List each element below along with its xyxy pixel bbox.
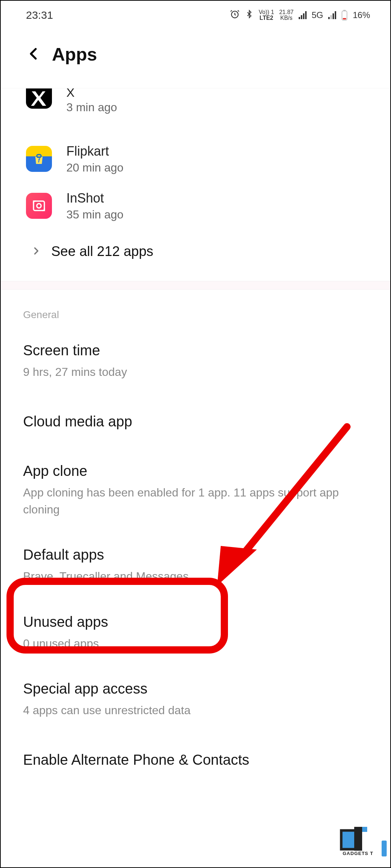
x-app-icon [26, 88, 52, 109]
see-all-apps[interactable]: See all 212 apps [1, 229, 390, 281]
setting-title: App clone [23, 463, 368, 479]
recent-app-row[interactable]: X 3 min ago [1, 88, 390, 135]
app-name: InShot [66, 191, 123, 206]
setting-cloud-media-app[interactable]: Cloud media app [1, 395, 390, 448]
svg-text:GADGETS T: GADGETS T [343, 851, 373, 856]
svg-rect-6 [34, 201, 44, 211]
watermark-logo: GADGETS T [340, 824, 387, 856]
setting-title: Enable Alternate Phone & Contacts [23, 752, 368, 768]
svg-rect-2 [343, 10, 346, 11]
setting-screen-time[interactable]: Screen time 9 hrs, 27 mins today [1, 328, 390, 395]
setting-special-app-access[interactable]: Special app access 4 apps can use unrest… [1, 666, 390, 733]
setting-subtitle: Brave, Truecaller and Messages [23, 568, 368, 585]
signal-icon-2 [328, 11, 336, 19]
setting-title: Unused apps [23, 614, 368, 630]
flipkart-app-icon: f [26, 146, 52, 172]
recent-app-row[interactable]: InShot 35 min ago [1, 182, 390, 229]
app-subtitle: 35 min ago [66, 208, 123, 221]
chevron-right-icon [31, 244, 41, 259]
setting-title: Cloud media app [23, 413, 368, 430]
page-title: Apps [52, 44, 97, 65]
setting-subtitle: App cloning has been enabled for 1 app. … [23, 484, 368, 518]
setting-subtitle: 4 apps can use unrestricted data [23, 702, 368, 719]
battery-icon [341, 10, 348, 21]
see-all-label: See all 212 apps [51, 244, 153, 259]
signal-icon-1 [299, 11, 307, 19]
app-name: X [66, 86, 117, 99]
network-type: 5G [312, 10, 323, 20]
status-right: Vo)) 1 LTE2 21.87 KB/s 5G 16% [230, 9, 370, 21]
setting-default-apps[interactable]: Default apps Brave, Truecaller and Messa… [1, 532, 390, 599]
setting-title: Screen time [23, 342, 368, 359]
setting-subtitle: 0 unused apps [23, 635, 368, 652]
inshot-app-icon [26, 193, 52, 219]
app-name: Flipkart [66, 144, 123, 159]
alarm-icon [230, 9, 240, 21]
section-divider [1, 281, 390, 290]
app-subtitle: 3 min ago [66, 101, 117, 114]
recent-app-row[interactable]: f Flipkart 20 min ago [1, 135, 390, 182]
svg-rect-15 [382, 841, 387, 856]
section-label-general: General [1, 290, 390, 328]
setting-title: Default apps [23, 547, 368, 563]
svg-rect-13 [362, 827, 367, 832]
app-subtitle: 20 min ago [66, 161, 123, 174]
svg-rect-12 [354, 827, 362, 851]
back-icon[interactable] [27, 47, 41, 62]
svg-point-7 [37, 204, 41, 208]
battery-percent: 16% [353, 10, 370, 20]
setting-unused-apps[interactable]: Unused apps 0 unused apps [1, 599, 390, 666]
page-header: Apps [1, 30, 390, 87]
svg-rect-4 [37, 155, 41, 157]
network-speed: 21.87 KB/s [279, 9, 294, 21]
volte-indicator: Vo)) 1 LTE2 [259, 9, 274, 21]
status-time: 23:31 [26, 9, 53, 21]
setting-title: Special app access [23, 681, 368, 697]
setting-app-clone[interactable]: App clone App cloning has been enabled f… [1, 448, 390, 532]
svg-rect-3 [343, 18, 346, 19]
setting-subtitle: 9 hrs, 27 mins today [23, 364, 368, 380]
status-bar: 23:31 Vo)) 1 LTE2 21.87 KB/s 5G 16% [1, 1, 390, 30]
bluetooth-icon [245, 9, 254, 21]
setting-enable-alternate-phone-contacts[interactable]: Enable Alternate Phone & Contacts [1, 733, 390, 787]
